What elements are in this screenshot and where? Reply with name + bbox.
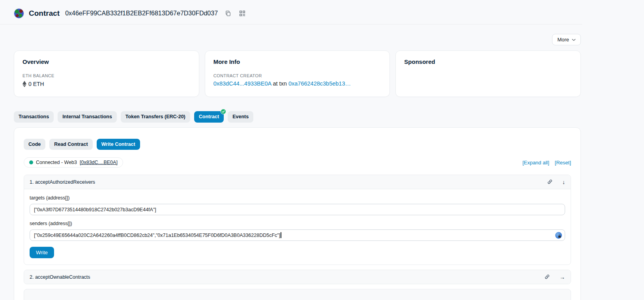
senders-field-label: senders (address[]): [30, 221, 565, 226]
subtab-code[interactable]: Code: [24, 139, 45, 150]
function-accordion-3-partial[interactable]: [24, 289, 571, 300]
senders-field: senders (address[]) ["0x259c49E65644a020…: [30, 221, 565, 241]
tab-transactions[interactable]: Transactions: [14, 111, 54, 123]
function-2-title: 2. acceptOwnableContracts: [30, 274, 90, 280]
contract-address: 0x46eFF99CAB332f1B2EB2Ff6813D67e7D30FDd0…: [65, 10, 218, 17]
more-info-card-title: More Info: [213, 58, 382, 65]
subtab-write-contract[interactable]: Write Contract: [97, 139, 140, 150]
contract-page: Contract 0x46eFF99CAB332f1B2EB2Ff6813D67…: [0, 0, 582, 300]
function-1-title: 1. acceptAuthorizedReceivers: [30, 179, 95, 185]
more-button[interactable]: More: [552, 34, 581, 45]
password-manager-extension-icon[interactable]: [555, 232, 562, 239]
page-header: Contract 0x46eFF99CAB332f1B2EB2Ff6813D67…: [0, 0, 582, 24]
connection-status: Connected - Web3 [0x83dC....BE0A]: [24, 157, 123, 168]
subtab-read-contract[interactable]: Read Contract: [49, 139, 92, 150]
toolbar-row: More: [14, 34, 581, 45]
collapse-arrow-icon: ↓: [562, 179, 565, 185]
qr-code-icon[interactable]: [239, 10, 245, 17]
permalink-icon[interactable]: [547, 179, 553, 185]
contract-subtabs: Code Read Contract Write Contract: [24, 139, 571, 150]
senders-input[interactable]: ["0x259c49E65644a020C2A642260a4ffB0CD862…: [30, 229, 565, 241]
senders-input-value: ["0x259c49E65644a020C2A642260a4ffB0CD862…: [34, 233, 280, 238]
contract-panel: Code Read Contract Write Contract Connec…: [14, 127, 581, 300]
more-button-label: More: [557, 37, 569, 43]
page-title: Contract: [29, 9, 60, 18]
more-info-card: More Info CONTRACT CREATOR 0x83dC44...49…: [205, 50, 390, 97]
text-cursor: [281, 232, 281, 238]
contract-avatar: [14, 8, 24, 19]
overview-card-title: Overview: [22, 58, 191, 65]
main-tabs: Transactions Internal Transactions Token…: [14, 111, 581, 123]
function-accordion-1: 1. acceptAuthorizedReceivers ↓ targ: [24, 175, 571, 265]
tab-internal-transactions[interactable]: Internal Transactions: [58, 111, 117, 123]
creator-address-link[interactable]: 0x83dC44...4933BE0A: [213, 80, 271, 87]
sponsored-card-title: Sponsored: [404, 58, 572, 65]
eth-balance-value: 0 ETH: [28, 81, 44, 87]
targets-input[interactable]: [30, 204, 565, 215]
eth-balance-label: ETH BALANCE: [22, 73, 191, 78]
connection-row: Connected - Web3 [0x83dC....BE0A] [Expan…: [24, 157, 571, 168]
connected-dot-icon: [29, 160, 33, 164]
targets-field-label: targets (address[]): [30, 195, 565, 201]
function-1-header[interactable]: 1. acceptAuthorizedReceivers ↓: [24, 175, 571, 189]
verified-check-icon: [221, 109, 226, 114]
reset-link[interactable]: [Reset]: [555, 160, 571, 166]
permalink-icon[interactable]: [544, 274, 550, 280]
connection-status-text: Connected - Web3: [36, 160, 77, 165]
sponsored-card: Sponsored: [395, 50, 581, 97]
tab-events[interactable]: Events: [228, 111, 253, 123]
write-button[interactable]: Write: [30, 247, 54, 258]
connected-address-link[interactable]: [0x83dC....BE0A]: [80, 160, 118, 165]
function-1-body: targets (address[]) senders (address[]) …: [24, 189, 571, 265]
creation-txn-link[interactable]: 0xa7662428c3b5eb13…: [288, 80, 351, 87]
tab-token-transfers[interactable]: Token Transfers (ERC-20): [121, 111, 190, 123]
contract-creator-label: CONTRACT CREATOR: [213, 73, 382, 78]
targets-field: targets (address[]): [30, 195, 565, 215]
function-accordion-2: 2. acceptOwnableContracts →: [24, 270, 571, 284]
contract-creator-line: 0x83dC44...4933BE0A at txn 0xa7662428c3b…: [213, 80, 382, 87]
chevron-down-icon: [572, 38, 576, 42]
creator-connector-text: at txn: [273, 80, 286, 87]
expand-arrow-icon: →: [560, 274, 565, 280]
tab-contract-label: Contract: [199, 114, 219, 119]
info-cards-row: Overview ETH BALANCE 0 ETH More Info CON…: [14, 50, 581, 97]
tab-contract[interactable]: Contract: [194, 111, 224, 123]
function-2-header[interactable]: 2. acceptOwnableContracts →: [24, 270, 571, 284]
ethereum-icon: [22, 81, 26, 87]
expand-all-link[interactable]: [Expand all]: [522, 160, 549, 166]
copy-icon[interactable]: [225, 10, 231, 17]
overview-card: Overview ETH BALANCE 0 ETH: [14, 50, 199, 97]
